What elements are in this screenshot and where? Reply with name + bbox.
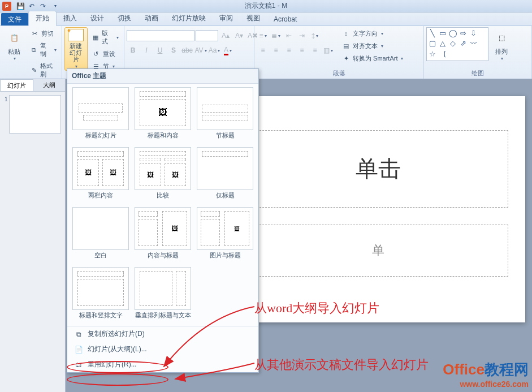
tab-animations[interactable]: 动画 — [138, 11, 165, 25]
save-icon[interactable]: 💾 — [16, 2, 25, 11]
redo-icon[interactable]: ↷ — [38, 2, 47, 11]
slide[interactable]: 单击 单 — [231, 96, 525, 322]
slides-from-outline-item[interactable]: 📄幻灯片(从大纲)(L)... — [67, 342, 258, 357]
reset-button[interactable]: ↺重设 — [89, 48, 122, 60]
align-text-button[interactable]: ▤对齐文本▾ — [339, 40, 406, 52]
layout-two-content[interactable]: 🖼🖼 两栏内容 — [71, 147, 131, 205]
duplicate-slides-item[interactable]: ⧉复制所选幻灯片(D) — [67, 326, 258, 342]
smartart-button[interactable]: ✦转换为 SmartArt▾ — [339, 52, 406, 64]
arrange-button[interactable]: ⬚ 排列 ▾ — [490, 27, 513, 63]
annotation-text-1: 从word大纲导入幻灯片 — [254, 300, 379, 317]
bold-button[interactable]: B — [127, 44, 139, 57]
shape-line-icon[interactable]: ╲ — [428, 29, 437, 37]
text-direction-button[interactable]: ↕文字方向▾ — [339, 27, 406, 40]
tab-file[interactable]: 文件 — [1, 13, 28, 25]
shape-brace-icon[interactable]: ｛ — [438, 50, 447, 58]
italic-button[interactable]: I — [140, 44, 153, 57]
group-label-drawing: 绘图 — [426, 68, 529, 79]
ribbon-tabs: 文件 开始 插入 设计 切换 动画 幻灯片放映 审阅 视图 Acrobat — [0, 12, 532, 26]
layout-title-vertical-text[interactable]: 标题和竖排文字 — [71, 267, 131, 325]
decrease-indent-icon[interactable]: ⇤ — [283, 29, 295, 42]
tab-review[interactable]: 审阅 — [213, 11, 240, 25]
shape-triangle-icon[interactable]: △ — [438, 40, 447, 48]
layout-blank[interactable]: 空白 — [71, 207, 131, 265]
shape-diamond-icon[interactable]: ◇ — [448, 40, 457, 48]
justify-icon[interactable]: ≡ — [296, 44, 308, 57]
shape-star-icon[interactable]: ☆ — [428, 50, 437, 58]
tab-acrobat[interactable]: Acrobat — [267, 13, 304, 25]
layout-button[interactable]: ▦版式▾ — [89, 27, 122, 48]
copy-icon: ⧉ — [30, 45, 38, 54]
shape-arrow2-icon[interactable]: ⇗ — [459, 40, 468, 48]
layout-title-slide[interactable]: 标题幻灯片 — [71, 87, 131, 145]
group-label-paragraph: 段落 — [257, 68, 421, 79]
new-slide-button[interactable]: ✦ 新建 幻灯片 ▾ — [64, 27, 88, 71]
line-spacing-icon[interactable]: ‡▾ — [309, 29, 321, 42]
gallery-grid: 标题幻灯片 🖼 标题和内容 节标题 🖼🖼 两栏内容 🖼🖼 比较 仅标题 空白 🖼 — [67, 84, 258, 326]
title-bar: P 💾 ↶ ↷ ▾ 演示文稿1 - M — [0, 0, 532, 12]
layout-icon: ▦ — [92, 33, 100, 42]
shape-rrect-icon[interactable]: ▢ — [428, 40, 437, 48]
change-case-icon[interactable]: Aa▾ — [208, 44, 220, 57]
tab-insert[interactable]: 插入 — [57, 11, 84, 25]
tab-design[interactable]: 设计 — [84, 11, 111, 25]
layout-picture-caption[interactable]: 🖼 图片与标题 — [195, 207, 255, 265]
group-clipboard: 📋 粘贴 ▾ ✂剪切 ⧉复制▾ ✎格式刷 剪贴板 — [0, 26, 62, 79]
tab-transitions[interactable]: 切换 — [111, 11, 138, 25]
align-left-icon[interactable]: ≡ — [257, 44, 269, 57]
tab-view[interactable]: 视图 — [240, 11, 267, 25]
slide-thumbnail[interactable] — [9, 95, 61, 133]
duplicate-icon: ⧉ — [74, 330, 83, 339]
undo-icon[interactable]: ↶ — [27, 2, 36, 11]
grow-font-icon[interactable]: A▴ — [219, 29, 232, 42]
layout-title-only[interactable]: 仅标题 — [195, 147, 255, 205]
shrink-font-icon[interactable]: A▾ — [233, 29, 245, 42]
copy-button[interactable]: ⧉复制▾ — [27, 40, 59, 60]
outline-tab[interactable]: 大纲 — [33, 79, 66, 91]
layout-comparison[interactable]: 🖼🖼 比较 — [133, 147, 193, 205]
watermark: Office教程网 www.office26.com — [443, 360, 529, 389]
shape-arrowdown-icon[interactable]: ⇩ — [469, 29, 478, 37]
bullets-icon[interactable]: ≡▾ — [257, 29, 269, 42]
tab-home[interactable]: 开始 — [28, 11, 57, 26]
distribute-icon[interactable]: ≡ — [309, 44, 321, 57]
shadow-button[interactable]: S — [167, 44, 180, 57]
columns-icon[interactable]: ▥▾ — [322, 44, 334, 57]
slide-number: 1 — [5, 96, 8, 102]
arrange-icon: ⬚ — [492, 29, 511, 47]
slides-tab[interactable]: 幻灯片 — [0, 79, 33, 91]
numbering-icon[interactable]: ≣▾ — [270, 29, 282, 42]
underline-button[interactable]: U — [154, 44, 166, 57]
subtitle-placeholder[interactable]: 单 — [248, 225, 508, 277]
shape-rect-icon[interactable]: ▭ — [438, 29, 447, 37]
shape-oval-icon[interactable]: ◯ — [448, 29, 457, 37]
layout-vertical-title-text[interactable]: 垂直排列标题与文本 — [133, 267, 193, 325]
cut-icon: ✂ — [30, 29, 39, 38]
tab-slideshow[interactable]: 幻灯片放映 — [165, 11, 213, 25]
shape-curve-icon[interactable]: 〰 — [469, 40, 478, 48]
paste-button[interactable]: 📋 粘贴 ▾ — [2, 27, 26, 63]
char-spacing-icon[interactable]: AV▾ — [194, 44, 207, 57]
group-drawing: ╲ ▭ ◯ ⇨ ⇩ ▢ △ ◇ ⇗ 〰 ☆ ｛ ⬚ 排列 ▾ 绘图 — [424, 26, 532, 79]
shapes-gallery[interactable]: ╲ ▭ ◯ ⇨ ⇩ ▢ △ ◇ ⇗ 〰 ☆ ｛ — [426, 27, 488, 61]
format-painter-button[interactable]: ✎格式刷 — [27, 60, 59, 80]
font-color-icon[interactable]: A▾ — [222, 44, 234, 57]
strike-button[interactable]: abc — [181, 44, 193, 57]
increase-indent-icon[interactable]: ⇥ — [296, 29, 308, 42]
layout-title-content[interactable]: 🖼 标题和内容 — [133, 87, 193, 145]
title-placeholder[interactable]: 单击 — [248, 130, 508, 208]
align-right-icon[interactable]: ≡ — [283, 44, 295, 57]
font-family-combo[interactable] — [127, 30, 194, 41]
font-size-combo[interactable] — [196, 30, 218, 41]
window-title: 演示文稿1 - M — [245, 1, 287, 11]
annotation-ellipse-1 — [67, 361, 168, 373]
align-center-icon[interactable]: ≡ — [270, 44, 282, 57]
qat-dropdown-icon[interactable]: ▾ — [51, 2, 60, 11]
layout-section-header[interactable]: 节标题 — [195, 87, 255, 145]
annotation-ellipse-2 — [67, 373, 168, 386]
slides-panel: 幻灯片 大纲 1 — [0, 79, 66, 392]
new-slide-icon: ✦ — [68, 29, 84, 41]
layout-content-caption[interactable]: 🖼 内容与标题 — [133, 207, 193, 265]
cut-button[interactable]: ✂剪切 — [27, 27, 59, 40]
shape-arrow-icon[interactable]: ⇨ — [459, 29, 468, 37]
